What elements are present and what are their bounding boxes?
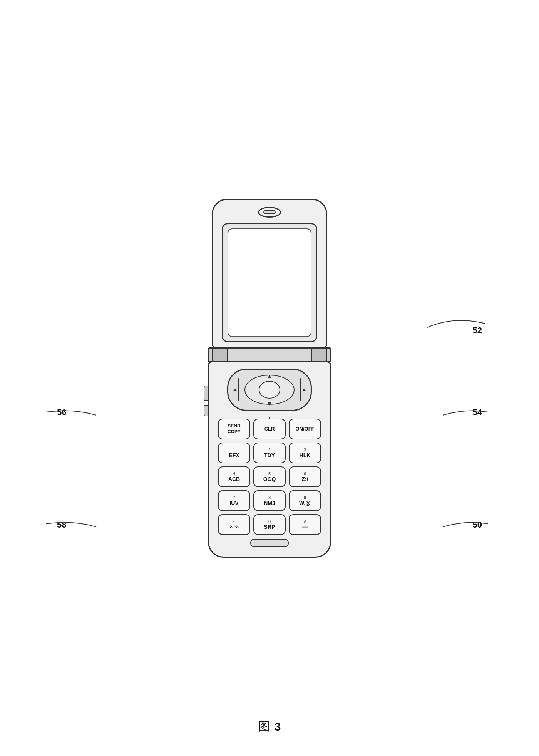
ref-54-line xyxy=(431,401,493,424)
nav-up-arrow[interactable]: ▲ xyxy=(267,373,272,379)
key-1-efx[interactable]: 1 EFX xyxy=(218,443,250,463)
phone-body: ▲ ▼ ◄ ► SENDCOPY CLR xyxy=(208,361,331,558)
key-send-copy[interactable]: SENDCOPY xyxy=(218,419,250,439)
hinge-center xyxy=(228,349,311,361)
hinge-tab-left xyxy=(212,347,228,362)
nav-outer[interactable]: ▲ ▼ ◄ ► xyxy=(227,369,312,411)
phone-lid xyxy=(212,199,327,348)
key-on-off[interactable]: ON/OFF xyxy=(289,419,321,439)
nav-divider-left xyxy=(238,378,239,401)
key-4-acb[interactable]: 4 ACB xyxy=(218,466,250,487)
ref-56-line xyxy=(46,401,108,424)
key-clr[interactable]: CLR xyxy=(253,419,286,439)
key-2-tdy[interactable]: 2 TDY xyxy=(253,443,286,463)
key-7-iuv[interactable]: 7 IUV xyxy=(218,490,250,511)
figure-number: 3 xyxy=(275,720,281,733)
key-row-3: 7 IUV 8 NMJ 9 W.@ xyxy=(217,490,322,511)
key-3-hlk[interactable]: 3 HLK xyxy=(289,443,321,463)
ref-50-line xyxy=(431,512,493,535)
key-hash[interactable]: # — xyxy=(289,514,321,535)
keypad: SENDCOPY CLR ON/OFF 1 EFX xyxy=(217,419,322,535)
key-5-ogq[interactable]: 5 OGQ xyxy=(253,466,286,487)
key-8-nmj[interactable]: 8 NMJ xyxy=(253,490,286,511)
screen-outer xyxy=(222,223,317,342)
nav-center-button[interactable] xyxy=(259,381,280,399)
key-row-0: SENDCOPY CLR ON/OFF xyxy=(217,419,322,439)
bottom-bar xyxy=(250,539,289,547)
nav-right-arrow[interactable]: ► xyxy=(301,387,307,393)
speaker xyxy=(258,207,281,218)
hinge-tab-right xyxy=(311,347,327,362)
figure-label: 图 xyxy=(258,719,270,734)
nav-down-arrow[interactable]: ▼ xyxy=(267,401,272,407)
phone: ▲ ▼ ◄ ► SENDCOPY CLR xyxy=(208,199,331,558)
ref-58-line xyxy=(46,512,108,535)
key-row-4: * << << 0 SRP # — xyxy=(217,514,322,535)
key-9-w[interactable]: 9 W.@ xyxy=(289,490,321,511)
nav-pad[interactable]: ▲ ▼ ◄ ► xyxy=(227,369,312,411)
key-6-z[interactable]: 6 Z:/ xyxy=(289,466,321,487)
speaker-slot xyxy=(263,210,276,214)
side-button-bottom[interactable] xyxy=(204,405,208,416)
key-0-srp[interactable]: 0 SRP xyxy=(253,514,286,535)
side-button-top[interactable] xyxy=(204,386,208,401)
page: 52 54 56 58 50 xyxy=(0,0,539,756)
key-star[interactable]: * << << xyxy=(218,514,250,535)
ref-52-line xyxy=(416,308,493,339)
hinge xyxy=(208,347,331,362)
screen xyxy=(228,228,311,337)
nav-left-arrow[interactable]: ◄ xyxy=(232,387,238,393)
nav-divider-right xyxy=(300,378,301,401)
figure-caption: 图 3 xyxy=(258,719,281,734)
key-row-2: 4 ACB 5 OGQ 6 Z:/ xyxy=(217,466,322,487)
key-row-1: 1 EFX 2 TDY 3 HLK xyxy=(217,443,322,463)
